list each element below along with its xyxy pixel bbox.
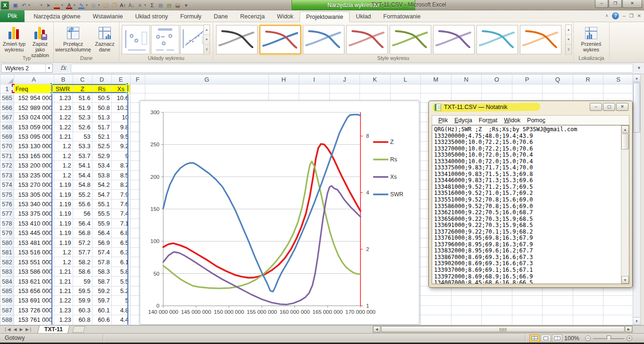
tab-wstawianie[interactable]: Wstawianie — [87, 11, 129, 22]
column-header-P[interactable]: P — [512, 75, 542, 84]
cell[interactable]: 54.8 — [73, 180, 92, 189]
row-header[interactable]: 575 — [0, 190, 14, 199]
cell[interactable]: 57.7 — [73, 248, 92, 257]
pen-border-icon-caret[interactable]: ▾ — [86, 3, 89, 7]
select-data-button[interactable]: Zaznaczdane — [92, 24, 118, 52]
chart-layout-2[interactable] — [151, 25, 179, 54]
cell[interactable]: 52.5 — [92, 142, 111, 151]
row-header[interactable]: 567 — [0, 112, 14, 122]
change-chart-type-button[interactable]: Zmień typwykresu — [1, 24, 27, 52]
cell[interactable]: 1.2 — [54, 142, 73, 151]
row-header[interactable]: 581 — [0, 248, 14, 257]
cell[interactable]: 52.6 — [73, 122, 92, 132]
row-header[interactable]: 574 — [0, 180, 14, 189]
fx-icon[interactable]: fx — [60, 64, 66, 71]
cell[interactable]: 1.23 — [54, 103, 73, 112]
undo-icon[interactable]: ↶ — [20, 1, 28, 9]
cell[interactable]: 59.9 — [73, 296, 92, 305]
column-header-S[interactable]: S — [603, 75, 634, 84]
cell[interactable] — [573, 305, 603, 315]
row-header[interactable]: 565 — [0, 93, 14, 103]
cell[interactable] — [512, 84, 542, 93]
notepad-menu-widok[interactable]: Widok — [501, 117, 524, 124]
picture-icon[interactable]: ▤ — [165, 1, 173, 9]
cell[interactable]: 153 095 000 — [14, 132, 54, 141]
cell[interactable]: 54.2 — [92, 180, 111, 189]
grow-font-icon[interactable]: A↑ — [119, 1, 127, 9]
range-handle[interactable] — [126, 83, 128, 85]
last-sheet-icon[interactable]: ▶❘ — [25, 327, 32, 332]
cell[interactable] — [603, 305, 634, 315]
cell[interactable]: 153 656 000 — [14, 286, 54, 295]
cell[interactable]: 58.7 — [92, 277, 111, 286]
close-button[interactable]: ✕ — [622, 0, 642, 8]
excel-logo-icon[interactable]: X — [1, 1, 9, 9]
chart-style-2[interactable] — [259, 25, 301, 54]
cell[interactable]: 1.21 — [54, 286, 73, 295]
cell[interactable]: 153 200 000 — [14, 161, 54, 170]
chart-object[interactable]: 050100150200250300140 000 000145 000 000… — [140, 101, 419, 325]
column-header-K[interactable]: K — [360, 75, 390, 84]
cell[interactable]: 153 621 000 — [14, 277, 54, 286]
cell[interactable] — [451, 84, 481, 93]
normal-view-button[interactable] — [529, 335, 540, 342]
cell[interactable]: 60.8 — [73, 315, 92, 325]
cell[interactable]: 9 — [111, 151, 130, 160]
cell[interactable]: 53.3 — [73, 142, 92, 151]
cell[interactable] — [542, 296, 573, 305]
cell[interactable]: 59.5 — [73, 286, 92, 295]
cell[interactable]: 153 445 000 — [14, 228, 54, 238]
cell[interactable]: 1.2 — [54, 170, 73, 180]
row-header[interactable]: 572 — [0, 161, 14, 170]
redo-icon[interactable]: ↷ — [32, 1, 40, 9]
cell[interactable]: 57.4 — [92, 248, 111, 257]
tab-formatowanie[interactable]: Formatowanie — [377, 11, 427, 22]
cell[interactable]: 1.19 — [54, 218, 73, 228]
cell[interactable]: 5 — [111, 296, 130, 305]
cell[interactable] — [542, 305, 573, 315]
chart-style-5[interactable] — [390, 25, 431, 54]
row-header[interactable]: 588 — [0, 315, 14, 325]
cell[interactable]: 1.22 — [54, 296, 73, 305]
zoom-in-icon[interactable]: + — [627, 336, 632, 341]
row-header[interactable]: 586 — [0, 296, 14, 305]
column-header-R[interactable]: R — [573, 75, 603, 84]
row-header[interactable]: 576 — [0, 199, 14, 209]
tab-widok[interactable]: Widok — [271, 11, 300, 22]
column-header-L[interactable]: L — [390, 75, 420, 84]
redo-icon-caret[interactable]: ▾ — [41, 3, 44, 7]
cell[interactable]: 153 235 000 — [14, 170, 54, 180]
column-header-H[interactable]: H — [268, 75, 299, 84]
zoom-level[interactable]: 100% — [564, 335, 579, 342]
cell[interactable]: SWR — [54, 84, 73, 93]
cell[interactable]: 52.3 — [73, 112, 92, 122]
tab-układ[interactable]: Układ — [350, 11, 377, 22]
cell[interactable]: 153 481 000 — [14, 238, 54, 247]
cell[interactable]: 8.7 — [111, 161, 130, 170]
row-header[interactable]: 578 — [0, 218, 14, 228]
shape-effect-icon-caret[interactable]: ▾ — [98, 3, 101, 7]
cell[interactable] — [268, 84, 299, 93]
chart-style-1[interactable] — [216, 25, 258, 54]
tab-plik[interactable]: Plik — [0, 10, 25, 22]
row-header[interactable]: 582 — [0, 257, 14, 267]
cell[interactable]: 59.7 — [92, 296, 111, 305]
select-all-corner[interactable] — [0, 75, 14, 84]
notepad-maximize-button[interactable]: ▢ — [603, 103, 615, 111]
cell[interactable]: 51.9 — [73, 103, 92, 112]
cell[interactable]: 153 165 000 — [14, 151, 54, 160]
horizontal-scrollbar[interactable]: ◀ ▶ — [373, 326, 633, 333]
cell[interactable] — [512, 305, 542, 315]
cell[interactable] — [512, 315, 542, 325]
notepad-menu-edycja[interactable]: Edycja — [451, 117, 476, 124]
notepad-menu-pomoc[interactable]: Pomoc — [524, 117, 549, 124]
cell[interactable]: 1.23 — [54, 93, 73, 103]
cell[interactable]: 50.5 — [92, 93, 111, 103]
shrink-font-icon[interactable]: A↓ — [127, 1, 135, 9]
column-header-G[interactable]: G — [145, 75, 268, 84]
pen-border-icon[interactable]: ✎ — [77, 1, 85, 9]
row-header[interactable]: 568 — [0, 122, 14, 132]
cell[interactable]: 53.8 — [92, 170, 111, 180]
cell[interactable] — [603, 84, 634, 93]
cell[interactable]: 8.2 — [111, 180, 130, 189]
